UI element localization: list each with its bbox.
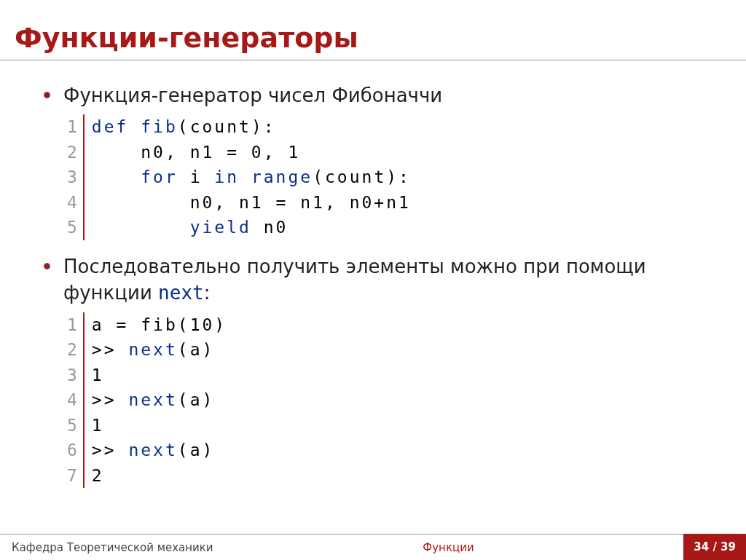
footer-center: Функции: [423, 541, 474, 560]
text-part: :: [204, 282, 211, 304]
line-numbers: 12345: [67, 114, 83, 240]
footer-page-number: 34 / 39: [683, 534, 746, 560]
item-text: Последовательно получить элементы можно …: [63, 253, 731, 307]
code-lines: def fib(count): n0, n1 = 0, 1 for i in r…: [83, 114, 411, 240]
bullet-icon: [44, 263, 50, 269]
inline-code: next: [158, 282, 204, 304]
bullet-icon: [44, 92, 50, 98]
code-lines: a = fib(10)>> next(a)1>> next(a)1>> next…: [83, 312, 227, 489]
code-block-2: 1234567 a = fib(10)>> next(a)1>> next(a)…: [67, 312, 731, 489]
slide: Функции-генераторы Функция-генератор чис…: [0, 0, 746, 560]
bullet-item: Функция-генератор чисел Фибоначчи: [44, 82, 731, 109]
footer: Кафедра Теоретической механики Функции 3…: [0, 534, 746, 560]
item-text: Функция-генератор чисел Фибоначчи: [63, 82, 442, 109]
bullet-item: Последовательно получить элементы можно …: [44, 253, 731, 307]
slide-content: Функция-генератор чисел Фибоначчи 12345 …: [0, 82, 746, 534]
code-block-1: 12345 def fib(count): n0, n1 = 0, 1 for …: [67, 114, 731, 240]
slide-title: Функции-генераторы: [0, 0, 746, 60]
line-numbers: 1234567: [67, 312, 83, 489]
footer-left: Кафедра Теоретической механики: [12, 541, 213, 560]
text-part: Последовательно получить элементы можно …: [63, 256, 646, 304]
